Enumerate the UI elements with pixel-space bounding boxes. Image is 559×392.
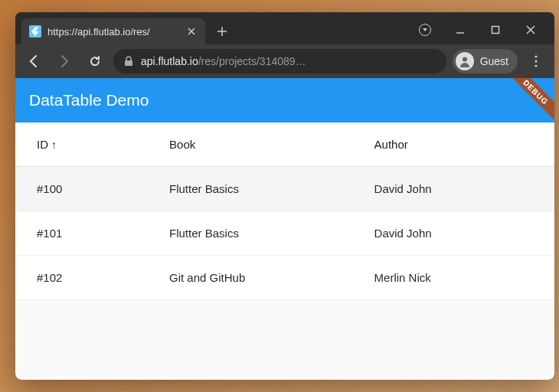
- close-window-button[interactable]: [513, 18, 548, 42]
- cell-id: #100: [15, 167, 155, 211]
- tab-bar: https://api.flutlab.io/res/: [15, 12, 554, 44]
- flutter-icon: [29, 25, 41, 38]
- forward-button[interactable]: [52, 49, 77, 74]
- table-row[interactable]: #102Git and GitHubMerlin Nick: [15, 256, 554, 300]
- tab-title: https://api.flutlab.io/res/: [47, 26, 179, 38]
- sort-asc-icon: ↑: [51, 139, 57, 151]
- cell-author: David John: [361, 211, 554, 256]
- page-title: DataTable Demo: [29, 91, 149, 109]
- cell-id: #102: [15, 256, 155, 300]
- cell-author: Merlin Nick: [361, 256, 554, 300]
- app-content: DataTable Demo DEBUG ID↑ Book Author #10…: [15, 78, 554, 380]
- browser-tab[interactable]: https://api.flutlab.io/res/: [21, 18, 205, 44]
- svg-point-4: [534, 60, 537, 62]
- back-button[interactable]: [21, 49, 46, 74]
- guest-label: Guest: [480, 55, 508, 67]
- menu-button[interactable]: [524, 49, 548, 74]
- url-text: api.flutlab.io/res/projects/314089…: [141, 55, 306, 67]
- close-icon[interactable]: [185, 25, 198, 38]
- cell-book: Git and GitHub: [155, 256, 361, 300]
- new-tab-button[interactable]: [211, 21, 233, 42]
- column-header-id[interactable]: ID↑: [15, 122, 155, 167]
- app-bar: DataTable Demo DEBUG: [15, 78, 554, 122]
- data-table: ID↑ Book Author #100Flutter BasicsDavid …: [15, 122, 554, 300]
- avatar-icon: [456, 52, 474, 70]
- table-row[interactable]: #100Flutter BasicsDavid John: [15, 167, 554, 211]
- reload-button[interactable]: [83, 49, 107, 74]
- table-row[interactable]: #101Flutter BasicsDavid John: [15, 211, 554, 256]
- window-controls: [407, 18, 548, 42]
- lock-icon: [124, 56, 133, 67]
- svg-rect-1: [125, 60, 132, 66]
- browser-window: https://api.flutlab.io/res/: [15, 12, 554, 380]
- minimize-button[interactable]: [443, 18, 478, 42]
- svg-point-2: [463, 57, 467, 62]
- url-field[interactable]: api.flutlab.io/res/projects/314089…: [113, 49, 446, 74]
- cell-book: Flutter Basics: [155, 167, 361, 211]
- debug-banner: DEBUG: [500, 78, 554, 128]
- profile-button[interactable]: Guest: [453, 49, 518, 74]
- svg-point-5: [534, 64, 537, 67]
- column-header-book[interactable]: Book: [155, 122, 361, 167]
- cell-book: Flutter Basics: [155, 211, 361, 256]
- cell-id: #101: [15, 211, 155, 256]
- column-header-author[interactable]: Author: [361, 122, 554, 167]
- svg-rect-0: [492, 27, 499, 34]
- svg-point-3: [534, 55, 537, 57]
- maximize-button[interactable]: [478, 18, 513, 42]
- cell-author: David John: [361, 167, 554, 211]
- incognito-icon[interactable]: [407, 18, 443, 42]
- address-bar: api.flutlab.io/res/projects/314089… Gues…: [15, 44, 554, 78]
